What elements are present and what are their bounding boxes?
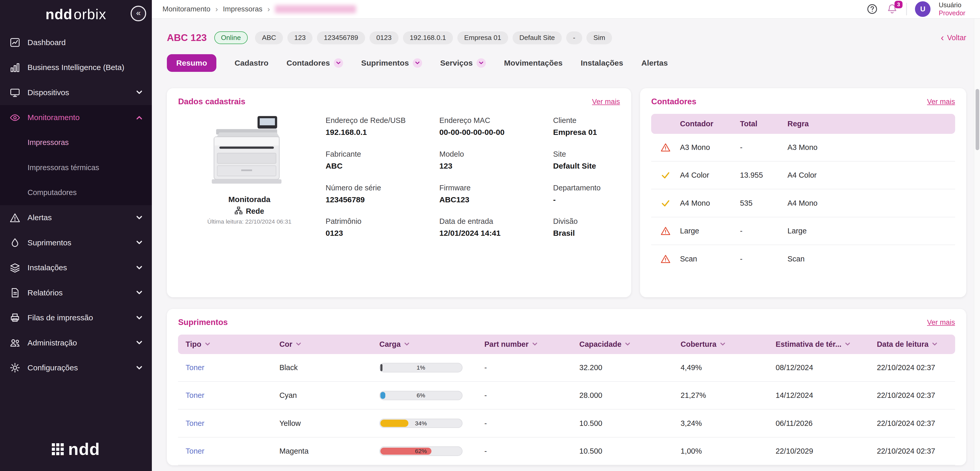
sidebar-group-instalacoes: Instalações (0, 255, 152, 280)
tab-resumo[interactable]: Resumo (167, 54, 216, 72)
monitored-label: Monitorada (228, 195, 270, 204)
sidebar-item-relatorios[interactable]: Relatórios (0, 280, 152, 305)
field-value: Brasil (553, 229, 620, 238)
card-header: Suprimentos Ver mais (178, 318, 955, 327)
tab-contadores[interactable]: Contadores (286, 58, 343, 68)
card-title-contadores: Contadores (651, 97, 696, 106)
supply-type-link[interactable]: Toner (186, 391, 204, 399)
sidebar-item-business-intelligence[interactable]: Business Intelligence (Beta) (0, 55, 152, 80)
sidebar-item-filas-de-impressao[interactable]: Filas de impressão (0, 305, 152, 330)
sidebar-item-dashboard[interactable]: Dashboard (0, 30, 152, 55)
sidebar-item-label: Filas de impressão (27, 313, 129, 322)
column-header-cobertura[interactable]: Cobertura (681, 340, 776, 348)
sidebar-menu: Dashboard Business Intelligence (Beta) D… (0, 29, 152, 435)
sidebar-item-monitoramento[interactable]: Monitoramento (0, 105, 152, 130)
field-divisao: Divisão Brasil (553, 217, 620, 238)
supply-estimate: 22/10/2029 (776, 447, 877, 455)
sidebar-collapse-button[interactable]: « (130, 6, 146, 21)
field-label: Cliente (553, 116, 620, 125)
supply-row: Toner Cyan 6% - 28.000 21,27% 14/12/2024… (178, 382, 955, 410)
suprimentos-body: Toner Black 1% - 32.200 4,49% 08/12/2024… (178, 354, 955, 465)
sidebar-item-label: Suprimentos (27, 238, 129, 247)
chevron-down-icon (413, 58, 422, 68)
counter-rule: A4 Mono (788, 199, 955, 208)
app-logo: nddorbix « (0, 0, 152, 29)
tab-suprimentos[interactable]: Suprimentos (361, 58, 422, 68)
sidebar-group-monitoramento: Monitoramento ImpressorasImpressoras tér… (0, 105, 152, 205)
counter-rule: Scan (788, 255, 955, 263)
tab-cadastro[interactable]: Cadastro (234, 59, 269, 67)
toner-level-label: 62% (380, 447, 462, 455)
chevron-down-icon (135, 89, 143, 96)
breadcrumb-separator: › (267, 5, 270, 13)
tab-servicos[interactable]: Serviços (440, 58, 486, 68)
supply-type-link[interactable]: Toner (186, 363, 204, 372)
sidebar-subitem-impressoras-termicas[interactable]: Impressoras térmicas (0, 155, 152, 180)
ver-mais-link-suprimentos[interactable]: Ver mais (927, 318, 955, 327)
counter-row: Large - Large (651, 217, 955, 245)
supply-part-number: - (484, 363, 579, 372)
notification-badge: 3 (894, 1, 902, 8)
business-intelligence-icon (10, 62, 21, 73)
back-link[interactable]: ‹ Voltar (941, 33, 966, 43)
network-icon (234, 206, 243, 216)
supply-type-link[interactable]: Toner (186, 447, 204, 455)
counter-rule: A3 Mono (788, 143, 955, 152)
counter-total: - (740, 255, 788, 263)
card-title-dados-cadastrais: Dados cadastrais (178, 97, 245, 106)
tab-alertas[interactable]: Alertas (641, 59, 668, 67)
toner-level-bar: 62% (379, 446, 463, 456)
tab-movimentacoes[interactable]: Movimentações (504, 59, 563, 67)
dados-body: Monitorada Rede Última leitura: 22/10/20… (178, 114, 620, 238)
field-label: Modelo (439, 150, 544, 158)
help-icon[interactable] (866, 3, 878, 15)
field-endereco-mac: Endereço MAC 00-00-00-00-00-00 (439, 116, 544, 137)
column-header-estimativa-de-ter[interactable]: Estimativa de tér... (776, 340, 877, 348)
tab-label: Alertas (641, 59, 668, 67)
status-badge-online: Online (214, 31, 248, 44)
counter-rule: Large (788, 227, 955, 235)
sidebar-group-configuracoes: Configurações (0, 355, 152, 380)
avatar[interactable]: U (915, 1, 931, 17)
counter-total: 535 (740, 199, 788, 208)
sidebar-item-instalacoes[interactable]: Instalações (0, 255, 152, 280)
sidebar-group-relatorios: Relatórios (0, 280, 152, 305)
column-header-data-de-leitura[interactable]: Data de leitura (877, 340, 948, 348)
sidebar-item-dispositivos[interactable]: Dispositivos (0, 80, 152, 105)
breadcrumb-impressoras[interactable]: Impressoras (223, 5, 262, 13)
notifications-bell-icon[interactable]: 3 (886, 3, 898, 15)
field-label: Endereço MAC (439, 116, 544, 125)
sidebar-subitem-computadores[interactable]: Computadores (0, 180, 152, 205)
supply-capacity: 28.000 (579, 391, 681, 400)
column-header-carga[interactable]: Carga (379, 340, 484, 348)
configuracoes-icon (10, 362, 21, 373)
sidebar-item-administracao[interactable]: Administração (0, 330, 152, 355)
field-departamento: Departamento - (553, 184, 620, 204)
ver-mais-link-contadores[interactable]: Ver mais (927, 97, 955, 106)
card-header: Contadores Ver mais (651, 97, 955, 106)
supply-estimate: 14/12/2024 (776, 391, 877, 400)
ver-mais-link-dados[interactable]: Ver mais (592, 97, 620, 106)
info-chip: Empresa 01 (457, 31, 508, 44)
tab-label: Serviços (440, 59, 473, 67)
supply-type-link[interactable]: Toner (186, 419, 204, 428)
page-title: ABC 123 (167, 32, 207, 43)
column-header-capacidade[interactable]: Capacidade (579, 340, 681, 348)
column-header-cor[interactable]: Cor (279, 340, 379, 348)
field-value: ABC123 (439, 195, 544, 204)
toner-level-bar: 6% (379, 391, 463, 400)
vertical-scrollbar[interactable] (974, 19, 980, 471)
column-header-tipo[interactable]: Tipo (186, 340, 279, 348)
sidebar-subitem-impressoras[interactable]: Impressoras (0, 130, 152, 155)
tab-instalacoes[interactable]: Instalações (581, 59, 623, 67)
sidebar-item-configuracoes[interactable]: Configurações (0, 355, 152, 380)
info-chip: 0123 (369, 31, 399, 44)
field-endereco-de-rede-usb: Endereço de Rede/USB 192.168.0.1 (326, 116, 431, 137)
breadcrumb-monitoramento[interactable]: Monitoramento (162, 5, 210, 13)
sidebar-item-suprimentos[interactable]: Suprimentos (0, 230, 152, 255)
column-header-part-number[interactable]: Part number (484, 340, 579, 348)
sidebar-item-alertas[interactable]: Alertas (0, 205, 152, 230)
supply-read-date: 22/10/2024 02:37 (877, 447, 948, 455)
scrollbar-thumb[interactable] (975, 89, 979, 150)
user-menu[interactable]: Usuário Provedor (939, 1, 971, 18)
